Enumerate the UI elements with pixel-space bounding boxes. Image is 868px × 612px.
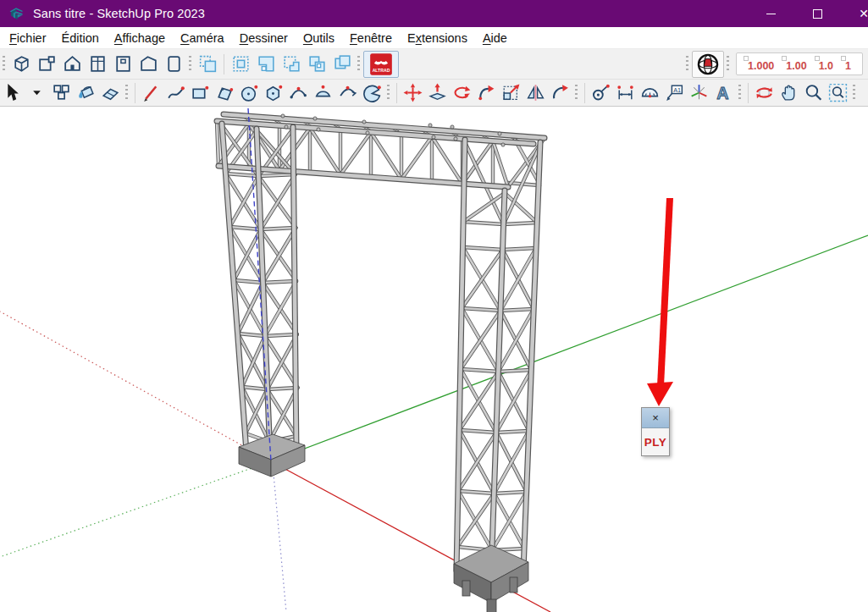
arc-3point-tool-button[interactable] xyxy=(335,81,360,105)
close-icon: ✕ xyxy=(859,8,868,19)
cy2-icon xyxy=(230,53,252,74)
precision-page-icon xyxy=(744,56,749,61)
menu-affichage[interactable]: Affichage xyxy=(107,29,173,47)
precision-1000-button[interactable]: 1.000 xyxy=(742,55,780,74)
toolbar-drag-handle[interactable] xyxy=(357,56,360,73)
rotate-tool-button[interactable] xyxy=(450,81,474,105)
truss-box3d-button[interactable] xyxy=(8,52,34,77)
dimension-tool-button[interactable] xyxy=(613,81,638,105)
plugin-panel-body: PLY xyxy=(642,428,669,455)
menu-dition[interactable]: Édition xyxy=(54,29,107,47)
menu-aide[interactable]: Aide xyxy=(475,29,515,47)
close-button[interactable]: ✕ xyxy=(844,0,868,27)
pan-tool-button[interactable] xyxy=(777,81,801,105)
truss-door-button[interactable] xyxy=(110,52,135,77)
component-overlap-button[interactable] xyxy=(329,52,355,77)
toolbar-drag-handle[interactable] xyxy=(575,85,578,102)
precision-1-button[interactable]: 1 xyxy=(839,55,857,74)
truss-split-frame-button[interactable] xyxy=(85,52,110,77)
truss-roof-profile-button[interactable] xyxy=(135,52,161,77)
text-tool-button[interactable]: A1 xyxy=(662,81,687,105)
component-hole-button[interactable] xyxy=(253,52,279,77)
3d-viewport[interactable]: × PLY xyxy=(0,107,868,612)
scale-icon xyxy=(500,82,522,103)
select-dropdown-caret[interactable] xyxy=(25,81,49,105)
plugin-panel-titlebar[interactable]: × xyxy=(642,408,669,428)
arc-pie-tool-button[interactable] xyxy=(311,81,335,105)
nav-roof-icon xyxy=(138,53,159,74)
toolbar-drag-handle[interactable] xyxy=(125,85,128,102)
rectangle-tool-button[interactable] xyxy=(188,81,213,105)
arc-tool-button[interactable] xyxy=(286,81,311,105)
rotated-rectangle-tool-button[interactable] xyxy=(213,81,237,105)
panel-close-button[interactable]: × xyxy=(650,411,661,424)
component-lshape-button[interactable] xyxy=(279,52,304,77)
axes-tool-button[interactable] xyxy=(687,81,711,105)
paint-bucket-tool-button[interactable] xyxy=(74,81,98,105)
toolbar-drag-handle[interactable] xyxy=(3,56,5,73)
menu-dessiner[interactable]: Dessiner xyxy=(232,29,296,47)
offset-tool-button[interactable] xyxy=(548,81,572,105)
truss-house-button[interactable] xyxy=(59,52,85,77)
precision-100-button[interactable]: 1.00 xyxy=(780,55,812,74)
select-tool-button[interactable] xyxy=(0,81,25,105)
3d-text-tool-button[interactable]: A xyxy=(711,81,736,105)
minimize-button[interactable] xyxy=(751,0,790,27)
move-icon xyxy=(402,82,423,103)
truss-slab-button[interactable] xyxy=(161,52,186,77)
altrad-extension-button[interactable]: ALTRAD xyxy=(363,51,399,78)
eraser-tool-button[interactable] xyxy=(98,81,123,105)
polygon-tool-button[interactable] xyxy=(262,81,286,105)
precision-10-button[interactable]: 1.0 xyxy=(813,55,839,74)
nav-door-icon xyxy=(113,53,134,74)
maximize-button[interactable] xyxy=(798,0,837,27)
follow-me-tool-button[interactable] xyxy=(474,81,499,105)
components-tool-button[interactable] xyxy=(49,81,74,105)
pie-tool-button[interactable] xyxy=(360,81,384,105)
pie-icon xyxy=(362,82,383,103)
toolbar-drag-handle[interactable] xyxy=(727,56,729,73)
precision-page-icon xyxy=(815,56,820,61)
pan-icon xyxy=(778,82,799,103)
protractor-tool-button[interactable] xyxy=(638,81,662,105)
precision-page-icon xyxy=(782,56,787,61)
component-stack-button[interactable] xyxy=(304,52,329,77)
component-select-button[interactable] xyxy=(195,52,220,77)
move-tool-button[interactable] xyxy=(401,81,425,105)
push-pull-tool-button[interactable] xyxy=(425,81,450,105)
follow-me-icon xyxy=(476,82,497,103)
select-arrow-icon xyxy=(2,82,23,103)
ply-button[interactable]: PLY xyxy=(644,436,667,449)
menu-outils[interactable]: Outils xyxy=(296,29,342,47)
menu-fichier[interactable]: Fichier xyxy=(2,29,54,47)
cy4-icon xyxy=(281,53,302,74)
pencil-icon xyxy=(141,82,162,103)
title-bar[interactable]: Sans titre - SketchUp Pro 2023 ✕ xyxy=(0,0,868,27)
freehand-tool-button[interactable] xyxy=(163,81,188,105)
svg-text:A1: A1 xyxy=(673,86,681,94)
line-tool-button[interactable] xyxy=(139,81,163,105)
truss-globe-button[interactable] xyxy=(692,51,724,78)
toolbar-drag-handle[interactable] xyxy=(853,85,855,102)
menu-extensions[interactable]: Extensions xyxy=(400,29,475,47)
zoom-tool-button[interactable] xyxy=(801,81,826,105)
toolbar-drag-handle[interactable] xyxy=(686,56,688,73)
truss-window-button[interactable] xyxy=(34,52,59,77)
tape-measure-tool-button[interactable] xyxy=(589,81,613,105)
toolbar-drag-handle[interactable] xyxy=(738,85,741,102)
toolbar-drag-handle[interactable] xyxy=(189,56,191,73)
menu-fentre[interactable]: Fenêtre xyxy=(342,29,400,47)
flip-tool-button[interactable] xyxy=(523,81,548,105)
plugin-panel: × PLY xyxy=(641,407,670,456)
paint-bucket-icon xyxy=(75,82,97,103)
scale-tool-button[interactable] xyxy=(499,81,523,105)
menu-camra[interactable]: Caméra xyxy=(173,29,232,47)
cy6-icon xyxy=(332,53,353,74)
circle-tool-button[interactable] xyxy=(237,81,262,105)
nav-box3d-icon xyxy=(11,53,32,74)
orbit-tool-button[interactable] xyxy=(752,81,777,105)
component-inner-button[interactable] xyxy=(228,52,253,77)
zoom-extents-tool-button[interactable] xyxy=(826,81,850,105)
toolbar-tools: A1A xyxy=(0,80,868,107)
toolbar-drag-handle[interactable] xyxy=(387,85,390,102)
